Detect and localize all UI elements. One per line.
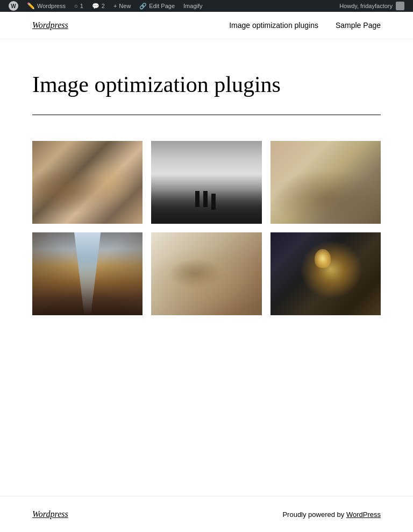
nav-item-image-optimization[interactable]: Image optimization plugins: [229, 21, 318, 30]
imagify-label: Imagify: [183, 3, 202, 9]
gallery-image-4[interactable]: [32, 232, 143, 315]
admin-avatar: [396, 2, 404, 10]
comments-link[interactable]: ○ 1: [70, 0, 88, 12]
footer-wordpress-link[interactable]: WordPress: [346, 510, 381, 519]
messages-link[interactable]: 💬 2: [88, 0, 109, 12]
messages-count: 2: [102, 3, 105, 9]
site-header: Wordpress Image optimization plugins Sam…: [0, 12, 413, 39]
howdy-section[interactable]: Howdy, fridayfactory: [335, 2, 409, 10]
link-icon: 🔗: [139, 3, 147, 10]
edit-site-icon: ✏️: [27, 2, 35, 10]
imagify-link[interactable]: Imagify: [179, 0, 206, 12]
page-title: Image optimization plugins: [32, 72, 381, 97]
nav-item-sample-page[interactable]: Sample Page: [336, 21, 381, 30]
gallery-image-6[interactable]: [270, 232, 381, 315]
footer-logo[interactable]: Wordpress: [32, 509, 68, 519]
admin-bar: W ✏️ Wordpress ○ 1 💬 2 + New 🔗 Edit Page: [0, 0, 413, 12]
edit-page-link[interactable]: 🔗 Edit Page: [135, 0, 179, 12]
gallery-image-5[interactable]: [151, 232, 261, 315]
new-label: New: [119, 3, 131, 9]
footer-credit: Proudly powered by WordPress: [282, 510, 381, 519]
image-grid: [32, 141, 381, 315]
content-divider: [32, 115, 381, 115]
message-icon: 💬: [92, 3, 99, 10]
site-logo[interactable]: Wordpress: [32, 20, 68, 30]
site-footer: Wordpress Proudly powered by WordPress: [0, 496, 413, 532]
new-content-link[interactable]: + New: [109, 0, 135, 12]
wp-logo-button[interactable]: W: [4, 0, 23, 12]
site-nav: Image optimization plugins Sample Page: [229, 21, 381, 30]
edit-site-link[interactable]: ✏️ Wordpress: [23, 0, 70, 12]
footer-credit-text: Proudly powered by: [282, 510, 346, 519]
edit-page-label: Edit Page: [149, 3, 175, 9]
plus-icon: +: [113, 3, 117, 9]
wp-icon: W: [9, 1, 18, 11]
comment-icon: ○: [74, 3, 78, 9]
wp-label: Wordpress: [37, 3, 66, 9]
gallery-image-3[interactable]: [270, 141, 381, 224]
gallery-image-1[interactable]: [32, 141, 143, 224]
gallery-image-2[interactable]: [151, 141, 261, 224]
main-content: Image optimization plugins: [0, 39, 413, 358]
howdy-text: Howdy, fridayfactory: [339, 3, 393, 9]
comments-count: 1: [80, 3, 83, 9]
